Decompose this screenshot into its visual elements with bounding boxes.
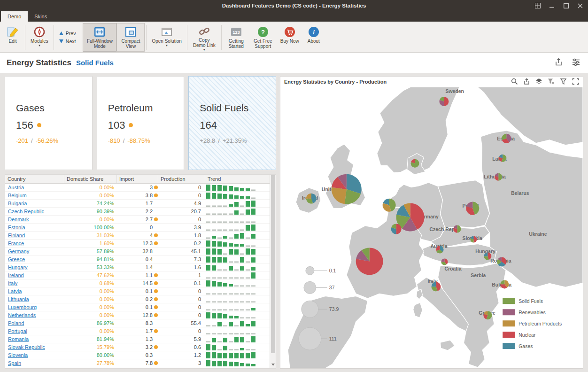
grid-scrollbar[interactable] [270, 175, 276, 368]
tab-skins[interactable]: Skins [28, 11, 54, 22]
column-header-trend[interactable]: Trend [205, 175, 270, 183]
about-button[interactable]: i About [303, 23, 325, 52]
layout-icon[interactable] [531, 0, 545, 11]
layers-icon[interactable] [535, 78, 542, 85]
column-header-domestic-share[interactable]: Domestic Share [64, 175, 117, 183]
column-header-production[interactable]: Production [158, 175, 205, 183]
kpi-card-gases[interactable]: Gases 156 -201/-56.26% [5, 76, 93, 170]
map-pie[interactable] [484, 252, 491, 260]
close-button[interactable] [573, 0, 587, 11]
table-row[interactable]: Hungary53.33%1.41.6 [5, 264, 270, 271]
country-link[interactable]: Latvia [8, 288, 22, 294]
country-link[interactable]: Portugal [8, 328, 27, 334]
table-row[interactable]: Bulgaria74.24%1.74.9 [5, 200, 270, 208]
country-link[interactable]: Austria [8, 185, 24, 190]
modules-button[interactable]: Modules ▾ [27, 23, 52, 52]
table-row[interactable]: Spain27.78%7.83 [5, 359, 270, 367]
maximize-button[interactable] [559, 0, 573, 11]
country-link[interactable]: France [8, 240, 24, 246]
map-pie[interactable] [306, 194, 317, 204]
export-icon[interactable] [554, 58, 563, 69]
map-pie[interactable] [502, 134, 511, 143]
map-pie[interactable] [391, 224, 402, 234]
kpi-card-petroleum[interactable]: Petroleum 103 -810/-88.75% [97, 76, 185, 170]
map-pie[interactable] [466, 202, 479, 215]
table-row[interactable]: France1.60%12.30.2 [5, 240, 270, 248]
clear-filter-icon[interactable] [548, 78, 555, 85]
map-pie[interactable] [383, 199, 396, 212]
map-pie[interactable] [497, 257, 506, 266]
scroll-down-button[interactable] [270, 361, 276, 368]
map-pie[interactable] [495, 173, 502, 181]
table-row[interactable]: Estonia100.00%03.9 [5, 224, 270, 232]
country-link[interactable]: Denmark [8, 217, 29, 222]
scrollbar-thumb[interactable] [271, 175, 275, 353]
map-pie[interactable] [500, 280, 509, 288]
table-row[interactable]: Poland86.97%8.355.4 [5, 319, 270, 327]
map-pie[interactable] [499, 155, 506, 162]
getting-started-button[interactable]: 123 Getting Started [223, 23, 249, 52]
country-link[interactable]: Italy [8, 280, 17, 286]
table-row[interactable]: Lithuania0.00%0.20 [5, 295, 270, 303]
table-row[interactable]: Finland31.03%41.8 [5, 232, 270, 240]
copy-demo-link-button[interactable]: Copy Demo Link ▾ [189, 23, 220, 52]
map-pie[interactable] [332, 174, 362, 204]
table-row[interactable]: Greece94.81%0.47.3 [5, 256, 270, 264]
zoom-icon[interactable] [511, 78, 518, 85]
edit-button[interactable]: Edit [2, 23, 23, 52]
tab-demo[interactable]: Demo [1, 11, 28, 22]
filter-icon[interactable] [560, 78, 567, 85]
country-link[interactable]: Hungary [8, 264, 28, 270]
minimize-button[interactable] [545, 0, 559, 11]
export-icon[interactable] [523, 78, 530, 85]
country-link[interactable]: Czech Republic [8, 209, 44, 214]
country-link[interactable]: Slovenia [8, 352, 28, 358]
country-link[interactable]: Greece [8, 256, 25, 262]
table-row[interactable]: Romania81.94%1.35.9 [5, 335, 270, 343]
compact-view-button[interactable]: Compact View [116, 23, 145, 52]
country-link[interactable]: Finland [8, 232, 25, 238]
table-row[interactable]: Slovak Republic15.79%3.20.6 [5, 343, 270, 351]
country-link[interactable]: Germany [8, 248, 29, 254]
table-row[interactable]: Portugal0.00%1.70 [5, 327, 270, 335]
kpi-card-solid-fuels[interactable]: Solid Fuels 164 +28.8/+21.35% [188, 76, 276, 170]
table-row[interactable]: Ireland47.62%1.11 [5, 271, 270, 279]
get-free-support-button[interactable]: ? Get Free Support [249, 23, 277, 52]
full-window-mode-button[interactable]: Full-Window Mode [83, 23, 116, 52]
table-row[interactable]: Italy0.68%14.50.1 [5, 279, 270, 287]
country-link[interactable]: Slovak Republic [8, 344, 45, 350]
country-link[interactable]: Spain [8, 360, 21, 366]
table-row[interactable]: Slovenia80.00%0.31.2 [5, 351, 270, 359]
country-link[interactable]: Luxembourg [8, 304, 37, 310]
country-link[interactable]: Ireland [8, 272, 24, 278]
country-link[interactable]: Belgium [8, 193, 27, 198]
maximize-icon[interactable] [572, 78, 579, 85]
buy-now-button[interactable]: Buy Now [277, 23, 303, 52]
table-row[interactable]: Latvia0.00%0.10 [5, 287, 270, 295]
country-link[interactable]: Estonia [8, 225, 25, 230]
map-pie[interactable] [411, 159, 419, 168]
map-pie[interactable] [470, 236, 477, 242]
table-row[interactable]: Czech Republic90.39%2.220.7 [5, 208, 270, 216]
map-pie[interactable] [432, 282, 441, 291]
country-link[interactable]: Lithuania [8, 296, 29, 302]
map-pie[interactable] [453, 225, 461, 232]
map-pie[interactable] [436, 246, 443, 253]
europe-map[interactable]: SwedenEstoniaLatviaLithuaniaBelarusUkrai… [280, 87, 583, 368]
table-row[interactable]: Denmark0.00%2.70 [5, 216, 270, 224]
table-row[interactable]: Germany57.89%32.845.1 [5, 248, 270, 256]
table-row[interactable]: Luxembourg0.00%0.10 [5, 303, 270, 311]
map-pie[interactable] [356, 248, 383, 275]
table-row[interactable]: Netherlands0.00%12.80 [5, 311, 270, 319]
map-pie[interactable] [483, 311, 492, 319]
country-link[interactable]: Poland [8, 320, 24, 326]
map-pie[interactable] [441, 258, 448, 265]
prev-button[interactable]: Prev [59, 31, 76, 36]
map-pie[interactable] [439, 97, 449, 106]
country-link[interactable]: Netherlands [8, 312, 36, 318]
country-link[interactable]: Bulgaria [8, 201, 27, 206]
table-row[interactable]: Austria0.00%30 [5, 184, 270, 192]
parameters-icon[interactable] [572, 58, 580, 69]
column-header-country[interactable]: Country [5, 175, 64, 183]
next-button[interactable]: Next [59, 39, 76, 44]
